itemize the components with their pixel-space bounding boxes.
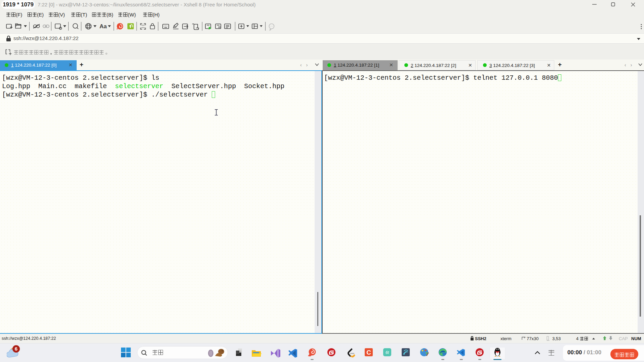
svg-text:6: 6 [15,346,17,352]
svg-text:Aa: Aa [99,23,107,30]
svg-text:C: C [366,349,371,356]
svg-text:6t: 6t [386,350,389,355]
